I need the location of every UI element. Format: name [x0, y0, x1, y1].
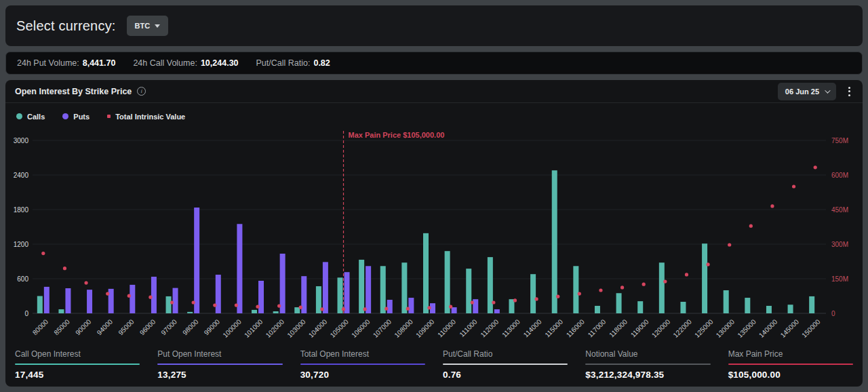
x-axis-tick-label: 97000	[160, 317, 179, 336]
intrinsic-value-dot	[792, 184, 795, 188]
intrinsic-value-dot	[384, 307, 388, 311]
put-bar	[108, 289, 114, 313]
x-axis-tick-label: 104000	[307, 317, 329, 339]
call-bar	[616, 293, 622, 313]
select-currency-label: Select currency:	[16, 18, 116, 34]
more-options-icon[interactable]	[846, 85, 853, 98]
put-bar	[237, 224, 242, 313]
expiry-date-dropdown[interactable]: 06 Jun 25	[778, 83, 836, 100]
call-bar	[445, 251, 450, 313]
put-bar	[408, 298, 414, 313]
intrinsic-value-dot	[814, 165, 817, 169]
put-bar	[258, 281, 264, 313]
put-bar	[173, 288, 178, 313]
intrinsic-value-dot	[599, 288, 602, 292]
legend-item-calls[interactable]: Calls	[16, 113, 45, 121]
intrinsic-value-dot	[620, 286, 624, 289]
info-icon[interactable]: i	[137, 87, 146, 96]
chevron-down-icon	[155, 24, 160, 28]
summary-label: Notional Value	[585, 349, 710, 364]
call-bar	[595, 306, 600, 313]
summary-label: Max Pain Price	[728, 349, 853, 364]
call-bar	[637, 301, 643, 313]
currency-dropdown-button[interactable]: BTC	[127, 16, 169, 36]
call-bar	[724, 290, 729, 313]
right-axis-tick-label: 600M	[831, 172, 848, 179]
left-axis-tick-label: 3000	[14, 137, 29, 144]
right-axis-tick-label: 150M	[831, 275, 848, 283]
call-bar	[338, 277, 343, 313]
x-axis-tick-label: 100000	[221, 317, 243, 339]
put-volume-label: 24h Put Volume:	[17, 58, 79, 68]
call-bar	[745, 298, 750, 313]
x-axis-tick-label: 98000	[181, 317, 200, 336]
legend-item-puts[interactable]: Puts	[62, 113, 90, 121]
intrinsic-value-dot	[492, 300, 495, 304]
chart-legend: Calls Puts Total Intrinsic Value	[5, 106, 863, 127]
put-bar	[87, 290, 92, 313]
call-bar	[573, 266, 578, 313]
call-bar	[187, 312, 193, 313]
intrinsic-value-legend-swatch	[107, 115, 111, 118]
left-axis-tick-label: 600	[17, 275, 28, 283]
x-axis-tick-label: 107000	[372, 317, 393, 339]
open-interest-chart: 060012001800240030000150M300M450M600M750…	[5, 128, 863, 347]
call-volume-value: 10,244.30	[201, 58, 239, 68]
summary-value: $3,212,324,978.35	[585, 365, 710, 380]
x-axis-tick-label: 135000	[736, 317, 757, 339]
call-bar	[552, 170, 557, 313]
intrinsic-value-dot	[299, 306, 302, 309]
call-bar	[359, 260, 364, 313]
call-bar	[252, 310, 257, 313]
intrinsic-value-dot	[84, 281, 87, 285]
put-bar	[344, 272, 350, 313]
intrinsic-value-dot	[578, 292, 581, 296]
intrinsic-value-dot	[770, 204, 774, 208]
legend-item-total-intrinsic-value[interactable]: Total Intrinsic Value	[107, 113, 185, 121]
x-axis-tick-label: 99000	[203, 317, 222, 336]
put-bar	[280, 254, 285, 313]
currency-dropdown-value: BTC	[135, 22, 151, 30]
x-axis-tick-label: 101000	[243, 317, 264, 339]
intrinsic-value-dot	[63, 267, 66, 270]
summary-label: Put/Call Ratio	[443, 349, 568, 364]
call-volume-stat: 24h Call Volume: 10,244.30	[133, 58, 238, 68]
x-axis-tick-label: 130000	[715, 317, 736, 339]
intrinsic-value-dot	[663, 279, 667, 283]
intrinsic-value-dot	[535, 297, 538, 300]
x-axis-tick-label: 117000	[587, 317, 608, 338]
put-bar	[194, 208, 199, 313]
x-axis-tick-label: 122000	[671, 317, 693, 339]
x-axis-tick-label: 113000	[500, 317, 521, 338]
x-axis-tick-label: 115000	[543, 317, 564, 338]
intrinsic-value-dot	[363, 307, 367, 311]
summary-value: 13,275	[157, 365, 282, 380]
put-bar	[473, 299, 478, 313]
intrinsic-value-dot	[471, 300, 474, 304]
right-axis-tick-label: 300M	[831, 241, 848, 248]
summary-value: 17,445	[15, 365, 140, 380]
intrinsic-value-dot	[685, 273, 688, 276]
put-call-ratio-value: 0.82	[313, 58, 330, 68]
intrinsic-value-dot	[213, 304, 216, 307]
left-axis-tick-label: 1800	[14, 206, 29, 214]
x-axis-tick-label: 109000	[414, 317, 436, 339]
left-axis-tick-label: 1200	[14, 241, 29, 248]
summary-value: 30,720	[300, 365, 425, 380]
puts-legend-swatch	[62, 113, 68, 119]
summary-label: Total Open Interest	[300, 349, 425, 364]
summary-total-open-interest: Total Open Interest 30,720	[300, 349, 425, 380]
summary-notional-value: Notional Value $3,212,324,978.35	[585, 349, 710, 380]
put-call-ratio-stat: Put/Call Ratio: 0.82	[256, 58, 330, 68]
intrinsic-value-dot	[192, 300, 195, 304]
put-bar	[44, 287, 50, 313]
expiry-date-value: 06 Jun 25	[785, 87, 819, 96]
intrinsic-value-dot	[556, 295, 559, 298]
summary-call-open-interest: Call Open Interest 17,445	[15, 349, 140, 380]
intrinsic-value-dot	[449, 305, 452, 309]
intrinsic-value-dot	[127, 294, 131, 298]
call-bar	[380, 266, 386, 313]
calls-legend-swatch	[16, 113, 22, 119]
call-bar	[659, 262, 665, 313]
intrinsic-value-dot	[706, 262, 709, 266]
